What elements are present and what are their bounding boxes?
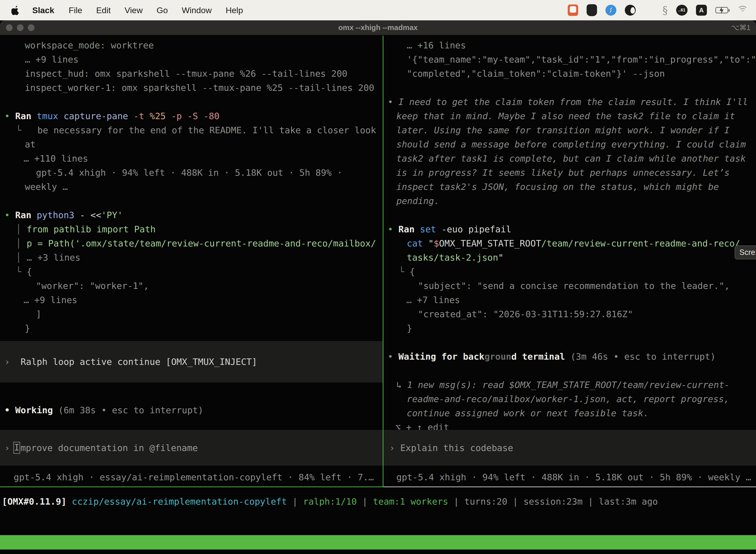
- pie-chart-icon[interactable]: [625, 5, 636, 16]
- terminal-text: ": [428, 238, 434, 248]
- terminal-text: … +7 lines: [406, 295, 460, 305]
- terminal-line: inspect_hud: omx sparkshell --tmux-pane …: [0, 66, 383, 81]
- screen-tooltip: Scre: [735, 245, 756, 259]
- keyboard-layout-icon[interactable]: A: [696, 5, 707, 16]
- left-pane-output: workspace_mode: worktree… +9 linesinspec…: [0, 36, 383, 417]
- terminal-text: … +16 lines: [407, 40, 466, 50]
- terminal-line: │ p = Path('.omx/state/team/review-curre…: [0, 236, 383, 251]
- terminal-text: Ran: [398, 224, 420, 234]
- terminal-text: … +3 lines: [26, 253, 80, 263]
- window-title-bar[interactable]: omx --xhigh --madmax ⌥⌘1: [0, 20, 756, 35]
- terminal-line: ]: [0, 307, 383, 321]
- terminal-text: "created_at": "2026-03-31T11:59:27.816Z": [418, 309, 633, 319]
- omx-status-segment: team:1 workers: [373, 496, 454, 507]
- menu-edit[interactable]: Edit: [96, 5, 111, 15]
- waiting-status-line: • Waiting for background terminal (3m 46…: [383, 349, 756, 364]
- dots-grid-icon[interactable]: [644, 5, 654, 15]
- terminal-line: }: [383, 321, 756, 335]
- right-pane[interactable]: … +16 lines'{"team_name":"my-team","task…: [383, 36, 756, 487]
- terminal-text: - <<: [80, 210, 101, 220]
- terminal-text: }: [407, 323, 412, 333]
- terminal-text: -p -S -80: [171, 111, 219, 121]
- terminal-text: │: [16, 224, 26, 234]
- left-pane[interactable]: workspace_mode: worktree… +9 linesinspec…: [0, 36, 383, 487]
- terminal-text: "worker": "worker-1",: [36, 281, 149, 291]
- terminal-line: "subject": "send a concise recommendatio…: [383, 279, 756, 293]
- terminal-text: inspect_hud: omx sparkshell --tmux-pane …: [25, 68, 347, 79]
- terminal-line: should send a message before completing …: [383, 137, 756, 151]
- terminal-line: • Ran set -euo pipefail: [383, 222, 756, 236]
- terminal-line: … +110 lines: [0, 151, 383, 166]
- right-pane-output: … +16 lines'{"team_name":"my-team","task…: [383, 36, 756, 434]
- terminal-line: … +9 lines: [0, 52, 383, 66]
- terminal-text: tasks/task-2.json: [407, 253, 498, 263]
- terminal-text: └: [16, 267, 26, 277]
- menu-file[interactable]: File: [69, 5, 82, 15]
- terminal-line: … +16 lines: [383, 38, 756, 52]
- omx-status-segment: cczip/essay/ai-reimplementation-copyleft: [72, 496, 293, 507]
- right-pane-border: [383, 487, 756, 487]
- blank-space: [383, 81, 756, 95]
- squiggle-icon[interactable]: §: [663, 4, 668, 16]
- window-title: omx --xhigh --madmax: [0, 23, 756, 32]
- terminal-text: Ralph loop active continue [OMX_TMUX_INJ…: [20, 357, 257, 367]
- terminal-text: pending.: [396, 196, 439, 206]
- terminal-text: groun: [485, 351, 511, 362]
- terminal-text: … +9 lines: [23, 295, 77, 305]
- badge-61-icon[interactable]: ..61: [676, 5, 688, 16]
- terminal-text: inspect task2's JSON, focusing on the st…: [396, 182, 719, 192]
- terminal-line: • I need to get the claim token from the…: [383, 95, 756, 109]
- terminal-text: weekly …: [25, 182, 68, 192]
- wifi-icon[interactable]: [737, 6, 749, 15]
- terminal-line: └ {: [0, 265, 383, 279]
- terminal-text: • Working: [4, 405, 58, 415]
- blue-badge-icon[interactable]: [606, 5, 616, 16]
- battery-charging-icon[interactable]: [715, 7, 728, 13]
- left-pane-border: [0, 487, 383, 487]
- screen-recording-icon[interactable]: [568, 4, 578, 16]
- terminal-line: task2 after task1 is complete, but can I…: [383, 151, 756, 166]
- terminal-line: └ be necessary for the end of the README…: [0, 123, 383, 137]
- right-prompt-chevron: ›: [389, 443, 395, 453]
- terminal-text: d terminal: [511, 351, 570, 362]
- terminal-text: 'PY': [101, 210, 123, 220]
- terminal-line: inspect task2's JSON, focusing on the st…: [383, 180, 756, 194]
- terminal-line: └ {: [383, 265, 756, 279]
- menu-help[interactable]: Help: [226, 5, 243, 15]
- terminal-line: • Ran python3 - <<'PY': [0, 208, 383, 222]
- terminal-line: at: [0, 137, 383, 151]
- terminal-line: workspace_mode: worktree: [0, 38, 383, 52]
- terminal-line: inspect_worker-1: omx sparkshell --tmux-…: [0, 81, 383, 95]
- terminal-text: "subject": "send a concise recommendatio…: [418, 281, 730, 291]
- active-app-menu[interactable]: Slack: [32, 5, 54, 15]
- working-status-line: • Working (6m 38s • esc to interrupt): [0, 403, 383, 417]
- menu-go[interactable]: Go: [156, 5, 168, 15]
- terminal-line: continue assigned work or next feasible …: [383, 406, 756, 420]
- apple-menu-icon[interactable]: [11, 5, 21, 16]
- terminal-line: pending.: [383, 194, 756, 208]
- terminal-text: python3: [37, 210, 80, 220]
- menu-window[interactable]: Window: [182, 5, 212, 15]
- left-prompt-input[interactable]: ›Improve documentation in @filename: [0, 430, 383, 466]
- terminal-text: (3m 46s • esc to interrupt): [570, 351, 715, 362]
- terminal-text: •: [388, 97, 398, 107]
- terminal-text: -t: [133, 111, 149, 121]
- band-line: › Ralph loop active continue [OMX_TMUX_I…: [0, 355, 257, 369]
- blank-space: [0, 95, 383, 109]
- terminal-text: keep that in mind. Maybe I also need the…: [396, 111, 735, 121]
- shield-grid-icon[interactable]: [586, 4, 597, 16]
- terminal-line: "created_at": "2026-03-31T11:59:27.816Z": [383, 307, 756, 321]
- terminal-line: later. Using the same for transition mig…: [383, 123, 756, 137]
- terminal-text: │: [16, 238, 26, 248]
- ralph-loop-band: › Ralph loop active continue [OMX_TMUX_I…: [0, 341, 383, 383]
- menu-view[interactable]: View: [125, 5, 143, 15]
- terminal-text: tmux: [37, 111, 63, 121]
- terminal-text: is in progress? It seems likely but perh…: [396, 168, 730, 178]
- terminal-window: omx --xhigh --madmax ⌥⌘1 workspace_mode:…: [0, 20, 756, 554]
- terminal-text: task2 after task1 is complete, but can I…: [396, 153, 746, 164]
- terminal-text: •: [388, 224, 398, 234]
- terminal-line: }: [0, 321, 383, 335]
- right-prompt-input[interactable]: ›Explain this codebase: [383, 430, 756, 466]
- terminal-text: %25: [149, 111, 171, 121]
- pane-divider[interactable]: [383, 36, 383, 487]
